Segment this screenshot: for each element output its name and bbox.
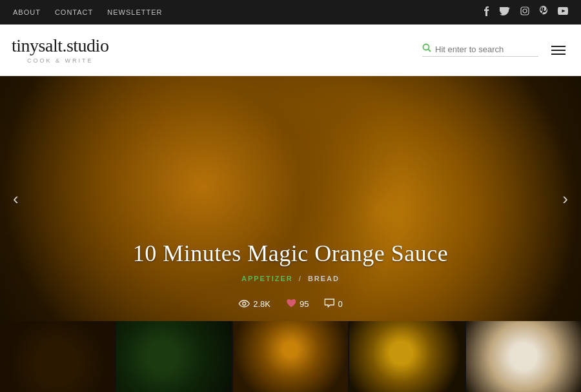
svg-point-1	[523, 9, 527, 13]
top-navigation: ABOUT CONTACT NEWSLETTER	[0, 0, 581, 24]
nav-links: ABOUT CONTACT NEWSLETTER	[13, 8, 162, 16]
comments-stat: 0	[324, 299, 342, 309]
views-count: 2.8K	[253, 299, 270, 309]
views-stat: 2.8K	[238, 299, 270, 309]
search-box[interactable]	[422, 43, 538, 57]
slider-next-button[interactable]: ›	[556, 182, 575, 215]
thumbnail-item-2[interactable]	[116, 321, 232, 392]
thumbnail-item-3[interactable]	[233, 321, 349, 392]
thumbnail-item-4[interactable]	[349, 321, 465, 392]
instagram-icon[interactable]	[520, 6, 529, 18]
svg-point-5	[243, 302, 246, 305]
nav-newsletter[interactable]: NEWSLETTER	[107, 8, 162, 16]
likes-stat: 95	[286, 299, 309, 309]
thumbnail-row	[0, 321, 581, 392]
search-input[interactable]	[435, 44, 538, 54]
comments-count: 0	[338, 299, 342, 309]
comments-icon	[324, 299, 334, 309]
header-right	[422, 43, 568, 57]
hamburger-line-2	[551, 50, 566, 51]
svg-point-3	[423, 44, 429, 50]
hero-background	[0, 76, 581, 321]
thumbnail-item-1[interactable]	[0, 321, 116, 392]
site-logo[interactable]: tinysalt.studio COOK & WRITE	[12, 37, 108, 64]
svg-rect-0	[521, 7, 529, 15]
facebook-icon[interactable]	[483, 6, 489, 19]
youtube-icon[interactable]	[558, 7, 568, 17]
svg-point-2	[527, 8, 527, 9]
nav-contact[interactable]: CONTACT	[55, 8, 93, 16]
thumbnail-bg-1	[0, 321, 115, 392]
thumbnail-item-5[interactable]	[466, 321, 581, 392]
logo-tagline: COOK & WRITE	[12, 57, 108, 64]
views-icon	[238, 299, 250, 309]
likes-icon	[286, 299, 296, 309]
hamburger-menu[interactable]	[549, 43, 568, 57]
hero-title: 10 Minutes Magic Orange Sauce	[0, 240, 581, 267]
hero-stats: 2.8K 95 0	[238, 299, 342, 309]
likes-count: 95	[300, 299, 309, 309]
pinterest-icon[interactable]	[540, 6, 547, 19]
search-icon	[422, 43, 431, 55]
category-slash: /	[299, 275, 302, 282]
twitter-icon[interactable]	[500, 7, 510, 18]
hero-content: 10 Minutes Magic Orange Sauce APPETIZER …	[0, 240, 581, 282]
hamburger-line-3	[551, 54, 566, 55]
slider-prev-button[interactable]: ‹	[6, 182, 25, 215]
thumbnail-bg-2	[116, 321, 231, 392]
hero-category-2[interactable]: BREAD	[308, 275, 340, 282]
social-icons-bar	[483, 6, 568, 19]
site-header: tinysalt.studio COOK & WRITE	[0, 24, 581, 76]
svg-line-4	[429, 50, 431, 52]
thumbnail-bg-3	[233, 321, 348, 392]
hero-categories: APPETIZER / BREAD	[0, 275, 581, 282]
hero-food-image	[0, 76, 581, 321]
hero-slider: ‹ › 10 Minutes Magic Orange Sauce APPETI…	[0, 76, 581, 321]
logo-text: tinysalt.studio	[12, 37, 108, 55]
hamburger-line-1	[551, 46, 566, 47]
nav-about[interactable]: ABOUT	[13, 8, 41, 16]
thumbnail-bg-5	[466, 321, 581, 392]
thumbnail-bg-4	[349, 321, 464, 392]
hero-category-1[interactable]: APPETIZER	[241, 275, 293, 282]
